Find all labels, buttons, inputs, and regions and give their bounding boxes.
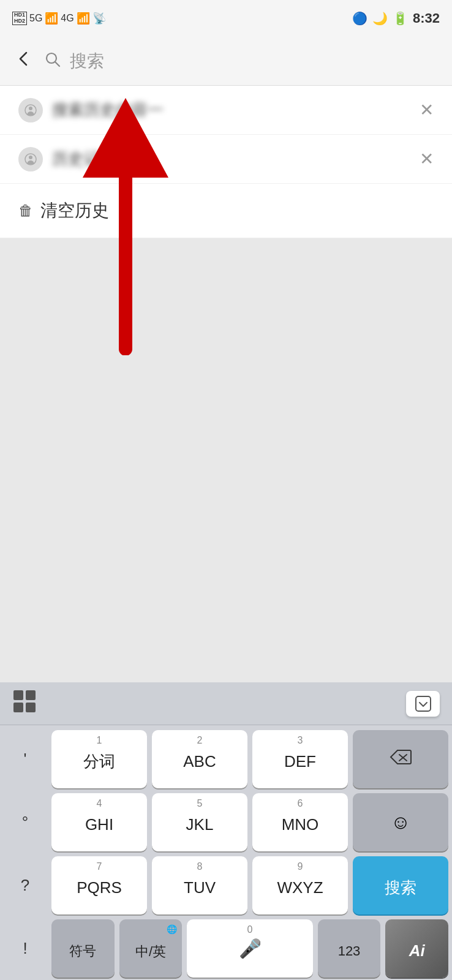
key-ghi-label: GHI <box>85 815 113 834</box>
status-left: HD1 HD2 5G 📶 4G 📶 📡 <box>12 12 106 25</box>
exclaim-label: ! <box>23 939 27 958</box>
keyboard-keys: ' 1 分词 2 ABC 3 DEF <box>0 725 452 980</box>
history-item-left-2: 历史记录 <box>18 147 116 172</box>
svg-rect-8 <box>13 690 23 700</box>
key-space-number: 0 <box>247 924 253 935</box>
history-text-2: 历史记录 <box>52 148 116 170</box>
key-delete[interactable] <box>353 730 448 788</box>
search-placeholder[interactable]: 搜索 <box>70 50 104 73</box>
svg-rect-9 <box>26 690 36 700</box>
key-pqrs-label: PQRS <box>77 878 122 897</box>
key-emoji[interactable]: ☺ <box>353 793 448 851</box>
key-ghi-number: 4 <box>97 798 102 809</box>
key-123-label: 123 <box>338 943 361 959</box>
key-jkl[interactable]: 5 JKL <box>152 793 247 851</box>
key-language-label: 中/英 <box>135 943 166 961</box>
bluetooth-icon: 🔵 <box>352 11 367 26</box>
key-wxyz[interactable]: 9 WXYZ <box>252 856 348 914</box>
key-symbol[interactable]: 符号 <box>51 919 115 978</box>
key-pqrs-number: 7 <box>97 861 102 872</box>
time-display: 8:32 <box>413 10 440 26</box>
key-symbol-label: 符号 <box>69 942 96 960</box>
svg-point-5 <box>29 156 32 159</box>
status-bar: HD1 HD2 5G 📶 4G 📶 📡 🔵 🌙 🔋 8:32 <box>0 0 452 37</box>
degree-label: ° <box>22 813 28 832</box>
key-wxyz-label: WXYZ <box>277 878 323 897</box>
history-text-1: 搜索历史内容一 <box>52 99 164 121</box>
signal-icon2: 📶 <box>77 12 90 25</box>
svg-line-1 <box>55 62 59 66</box>
history-item-1[interactable]: 搜索历史内容一 ✕ <box>0 86 452 135</box>
key-mno-number: 6 <box>298 798 303 809</box>
close-button-1[interactable]: ✕ <box>420 100 434 120</box>
keyboard-collapse-button[interactable] <box>406 691 440 717</box>
close-button-2[interactable]: ✕ <box>420 149 434 169</box>
key-tuv-number: 8 <box>197 861 203 872</box>
history-icon-2 <box>18 147 43 172</box>
back-button[interactable] <box>12 47 36 75</box>
question-label: ? <box>21 876 29 895</box>
key-jkl-number: 5 <box>197 798 203 809</box>
comma-label: ' <box>24 750 27 769</box>
key-def[interactable]: 3 DEF <box>252 730 348 788</box>
key-123[interactable]: 123 <box>318 919 381 978</box>
key-wxyz-number: 9 <box>298 861 303 872</box>
key-question[interactable]: ? <box>4 856 47 914</box>
key-fenci-label: 分词 <box>83 751 115 772</box>
gray-content-area <box>0 238 452 594</box>
key-mno-label: MNO <box>282 815 319 834</box>
key-row-3: ? 7 PQRS 8 TUV 9 WXYZ 搜索 <box>4 856 448 914</box>
key-search-label: 搜索 <box>385 877 416 899</box>
history-item-left-1: 搜索历史内容一 <box>18 98 164 123</box>
hd-badge: HD1 HD2 <box>12 12 27 25</box>
key-exclaim[interactable]: ! <box>4 919 47 978</box>
key-pqrs[interactable]: 7 PQRS <box>51 856 147 914</box>
key-abc[interactable]: 2 ABC <box>152 730 247 788</box>
keyboard-grid-icon[interactable] <box>12 689 37 718</box>
svg-rect-12 <box>416 696 431 711</box>
key-comma[interactable]: ' <box>4 730 47 788</box>
svg-rect-11 <box>26 703 36 712</box>
svg-rect-10 <box>13 703 23 712</box>
key-mno[interactable]: 6 MNO <box>252 793 348 851</box>
key-tuv-label: TUV <box>184 878 216 897</box>
history-icon-1 <box>18 98 43 123</box>
key-search[interactable]: 搜索 <box>353 856 448 914</box>
key-space[interactable]: 0 🎤 <box>187 919 312 978</box>
key-tuv[interactable]: 8 TUV <box>152 856 247 914</box>
status-right: 🔵 🌙 🔋 8:32 <box>352 10 440 26</box>
key-ghi[interactable]: 4 GHI <box>51 793 147 851</box>
search-icon <box>45 51 61 71</box>
keyboard-container: ' 1 分词 2 ABC 3 DEF <box>0 682 452 980</box>
key-abc-label: ABC <box>183 752 216 771</box>
wifi-icon: 📡 <box>92 12 106 25</box>
key-ai-label: Ai <box>409 941 425 960</box>
key-fenci[interactable]: 1 分词 <box>51 730 147 788</box>
key-degree[interactable]: ° <box>4 793 47 851</box>
key-def-number: 3 <box>298 735 303 746</box>
key-row-2: ° 4 GHI 5 JKL 6 MNO ☺ <box>4 793 448 851</box>
search-bar: 搜索 <box>0 37 452 86</box>
trash-icon: 🗑 <box>18 202 33 219</box>
microphone-icon: 🎤 <box>239 938 262 959</box>
key-jkl-label: JKL <box>186 815 214 834</box>
key-row-1: ' 1 分词 2 ABC 3 DEF <box>4 730 448 788</box>
key-ai[interactable]: Ai <box>385 919 448 978</box>
key-def-label: DEF <box>284 752 316 771</box>
battery-icon: 🔋 <box>393 11 408 26</box>
moon-icon: 🌙 <box>372 11 388 26</box>
key-language[interactable]: 🌐 中/英 <box>119 919 183 978</box>
network-4g: 4G <box>61 13 73 24</box>
key-abc-number: 2 <box>197 735 203 746</box>
keyboard-toolbar <box>0 682 452 725</box>
clear-history-button[interactable]: 🗑 清空历史 <box>0 184 452 238</box>
key-fenci-number: 1 <box>97 735 102 746</box>
signal-icon: 📶 <box>45 12 58 25</box>
delete-icon <box>390 749 412 769</box>
network-5g: 5G <box>29 13 42 24</box>
history-item-2[interactable]: 历史记录 ✕ <box>0 135 452 184</box>
clear-history-label: 清空历史 <box>40 199 109 222</box>
search-history: 搜索历史内容一 ✕ 历史记录 ✕ 🗑 清空历史 <box>0 86 452 238</box>
svg-point-3 <box>29 107 32 110</box>
emoji-icon: ☺ <box>391 811 411 834</box>
